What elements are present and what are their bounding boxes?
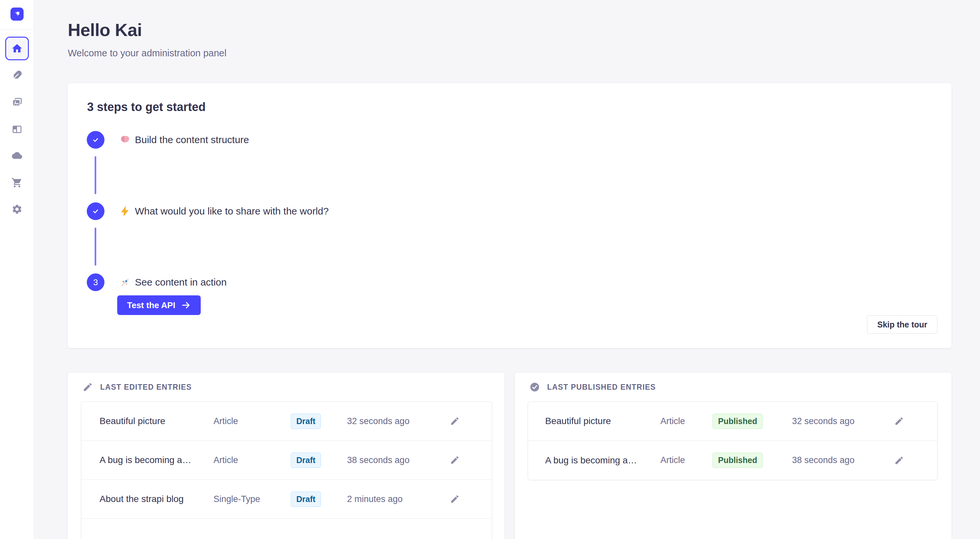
last-published-entries-title: LAST PUBLISHED ENTRIES xyxy=(547,383,656,392)
arrow-right-icon xyxy=(181,300,191,310)
entry-title: A bug is becoming a… xyxy=(100,455,213,465)
entry-title: About the strapi blog xyxy=(100,494,213,504)
cloud-icon xyxy=(11,150,22,161)
last-edited-entries-title: LAST EDITED ENTRIES xyxy=(100,383,192,392)
onboarding-step-2: What would you like to share with the wo… xyxy=(87,202,329,220)
table-row[interactable]: About the strapi blog Single-Type Draft … xyxy=(81,480,492,519)
step-2-completed-circle xyxy=(87,202,105,220)
last-published-entries-header: LAST PUBLISHED ENTRIES xyxy=(530,382,656,392)
sidebar-item-marketplace[interactable] xyxy=(11,177,22,188)
table-row[interactable]: Beautiful picture Article Published 32 s… xyxy=(528,402,937,441)
media-library-icon xyxy=(11,97,22,108)
pencil-icon xyxy=(450,416,460,426)
pencil-icon xyxy=(894,416,904,426)
zap-emoji-icon xyxy=(120,206,130,216)
shopping-cart-icon xyxy=(11,177,22,188)
strapi-admin-homepage: { "sidebar": { "items": [ { "name": "hom… xyxy=(0,0,980,539)
edit-entry-button[interactable] xyxy=(449,415,460,427)
entry-title: A bug is becoming a… xyxy=(545,455,660,466)
step-2-label: What would you like to share with the wo… xyxy=(135,206,329,217)
last-edited-entries-table: Beautiful picture Article Draft 32 secon… xyxy=(81,401,492,539)
entry-type: Article xyxy=(213,455,291,465)
step-3-number-circle: 3 xyxy=(87,273,105,291)
edit-entry-button[interactable] xyxy=(894,455,905,466)
edit-entry-button[interactable] xyxy=(449,493,460,505)
entry-time: 32 seconds ago xyxy=(792,416,894,426)
entry-type: Article xyxy=(660,416,713,426)
home-icon xyxy=(11,43,23,54)
page-subtitle: Welcome to your administration panel xyxy=(68,48,227,59)
sidebar-item-settings[interactable] xyxy=(11,204,22,215)
pencil-icon xyxy=(450,455,460,465)
entry-time: 38 seconds ago xyxy=(347,455,449,465)
entry-title: Beautiful picture xyxy=(100,416,213,426)
check-circle-icon xyxy=(530,382,540,392)
step-connector xyxy=(95,227,96,266)
sidebar-item-content-manager[interactable] xyxy=(11,70,22,81)
onboarding-step-3: 3 See content in action xyxy=(87,273,227,291)
last-edited-entries-header: LAST EDITED ENTRIES xyxy=(83,382,192,392)
table-row[interactable]: Beautiful picture Article Draft 32 secon… xyxy=(81,402,492,441)
pencil-icon xyxy=(83,382,93,392)
onboarding-title: 3 steps to get started xyxy=(87,100,206,114)
entry-time: 38 seconds ago xyxy=(792,455,894,465)
skip-the-tour-button[interactable]: Skip the tour xyxy=(867,315,937,334)
feather-pen-icon xyxy=(11,70,22,81)
status-badge: Published xyxy=(713,453,763,468)
onboarding-step-1: Build the content structure xyxy=(87,131,249,149)
status-badge: Draft xyxy=(291,453,321,468)
page-title: Hello Kai xyxy=(68,20,142,40)
edit-entry-button[interactable] xyxy=(894,415,905,427)
entry-title: Beautiful picture xyxy=(545,416,660,426)
last-published-entries-table: Beautiful picture Article Published 32 s… xyxy=(528,401,937,480)
sidebar-item-content-type-builder[interactable] xyxy=(11,124,22,135)
strapi-logo[interactable] xyxy=(11,8,24,21)
step-3-number: 3 xyxy=(93,277,98,288)
last-edited-entries-panel: LAST EDITED ENTRIES Beautiful picture Ar… xyxy=(68,373,504,539)
entry-type: Article xyxy=(660,455,713,465)
rocket-emoji-icon xyxy=(120,277,130,288)
pencil-icon xyxy=(450,494,460,504)
table-row[interactable]: A bug is becoming a… Article Published 3… xyxy=(528,441,937,480)
brain-emoji-icon xyxy=(120,135,130,145)
check-icon xyxy=(91,135,100,144)
check-icon xyxy=(91,207,100,215)
sidebar-divider xyxy=(0,29,34,30)
test-the-api-label: Test the API xyxy=(127,300,175,310)
strapi-logo-icon xyxy=(13,10,21,18)
status-badge: Published xyxy=(713,413,763,429)
entry-type: Article xyxy=(213,416,291,426)
status-badge: Draft xyxy=(291,491,321,507)
entry-time: 32 seconds ago xyxy=(347,416,449,426)
onboarding-card: 3 steps to get started Build the content… xyxy=(68,83,951,348)
entry-time: 2 minutes ago xyxy=(347,494,449,504)
step-1-label: Build the content structure xyxy=(135,134,249,145)
step-1-completed-circle xyxy=(87,131,105,149)
layout-icon xyxy=(11,124,22,135)
step-connector xyxy=(95,156,96,194)
pencil-icon xyxy=(894,455,904,465)
sidebar-item-media-library[interactable] xyxy=(11,97,22,108)
edit-entry-button[interactable] xyxy=(449,455,460,466)
entry-type: Single-Type xyxy=(213,494,291,504)
last-published-entries-panel: LAST PUBLISHED ENTRIES Beautiful picture… xyxy=(515,373,951,539)
test-the-api-button[interactable]: Test the API xyxy=(117,296,201,315)
table-row[interactable]: A bug is becoming a… Article Draft 38 se… xyxy=(81,441,492,480)
status-badge: Draft xyxy=(291,413,321,429)
step-3-label: See content in action xyxy=(135,277,227,288)
sidebar-item-home[interactable] xyxy=(5,37,29,60)
sidebar-item-deploy[interactable] xyxy=(11,150,22,161)
gear-icon xyxy=(11,204,22,215)
sidebar xyxy=(0,0,34,539)
